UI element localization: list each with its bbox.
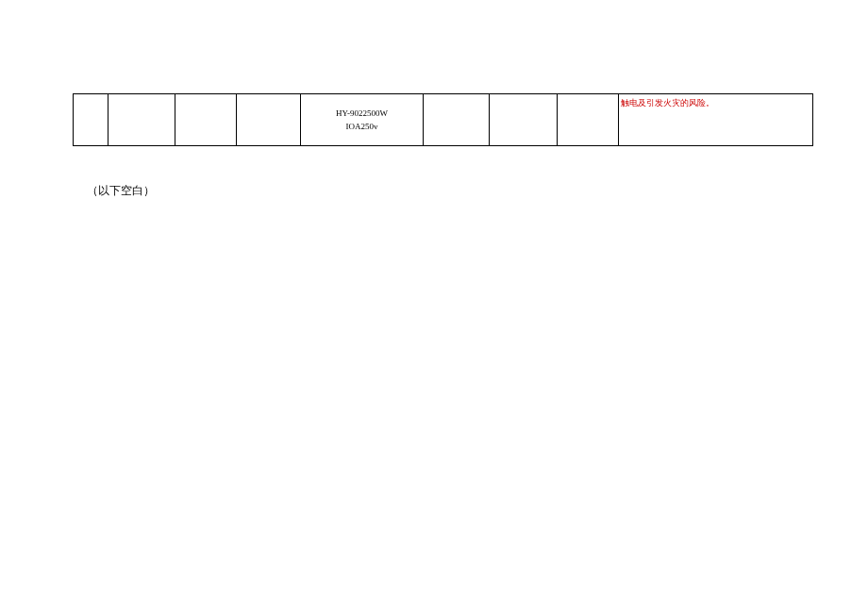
cell-6 <box>424 94 490 146</box>
cell-1 <box>74 94 108 146</box>
cell-2 <box>108 94 175 146</box>
cell-8 <box>558 94 619 146</box>
cell-model: HY-9022500W IOA250v <box>301 94 424 146</box>
model-line1: HY-9022500W <box>303 107 421 120</box>
cell-3 <box>175 94 237 146</box>
table-row: HY-9022500W IOA250v 触电及引发火灾的风险。 <box>74 94 813 146</box>
blank-note: （以下空白） <box>87 183 155 199</box>
data-table: HY-9022500W IOA250v 触电及引发火灾的风险。 <box>73 93 812 146</box>
cell-4 <box>237 94 301 146</box>
cell-7 <box>490 94 558 146</box>
table: HY-9022500W IOA250v 触电及引发火灾的风险。 <box>73 93 813 146</box>
model-line2: IOA250v <box>303 120 421 133</box>
cell-warning: 触电及引发火灾的风险。 <box>619 94 813 146</box>
